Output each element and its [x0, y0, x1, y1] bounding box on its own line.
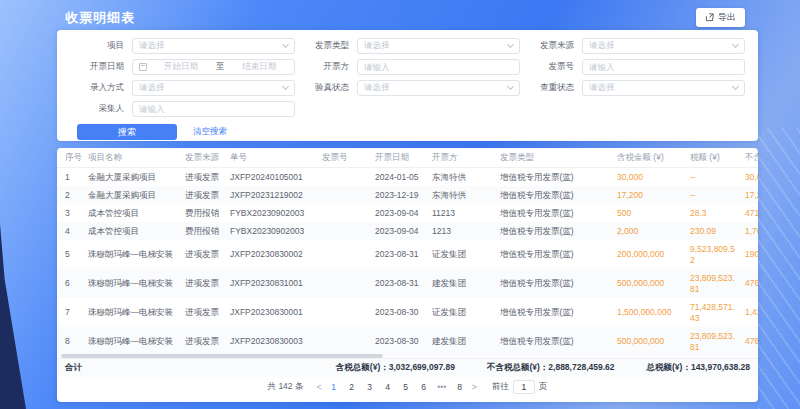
pagination-pages: 123456•••8 — [325, 380, 469, 394]
cell-tax: -- — [690, 168, 745, 186]
col-amount-with-tax: 含税金额 (¥) — [617, 149, 690, 167]
cell-amount-with-tax: 1,500,000,000 — [617, 304, 690, 322]
page-button-3[interactable]: 3 — [363, 380, 377, 394]
page-button-1[interactable]: 1 — [327, 380, 341, 394]
filter-field-verify-status: 验真状态 请选择 — [294, 79, 519, 96]
cell-issuer: 东海特供 — [432, 186, 500, 204]
untaxed-total: 不含税总额(¥)：2,888,728,459.62 — [487, 362, 615, 374]
export-button[interactable]: 导出 — [696, 8, 745, 27]
table-row: 2 金融大厦采购项目 进项发票 JXFP20231219002 2023-12-… — [57, 186, 758, 204]
cell-amount-without-tax: 476,190,476.19 — [745, 275, 758, 293]
background-stripes — [758, 128, 800, 409]
cell-invoice-date: 2023-08-31 — [375, 275, 432, 293]
col-invoice-date: 开票日期 — [375, 149, 432, 167]
cell-invoice-type: 增值税专用发票(蓝) — [500, 275, 617, 293]
chevron-down-icon — [507, 41, 514, 48]
cell-invoice-source: 进项发票 — [185, 246, 230, 264]
cell-invoice-source: 进项发票 — [185, 186, 230, 204]
dup-check-status-select[interactable]: 请选择 — [582, 80, 745, 96]
cell-order-no: JXFP20240105001 — [230, 168, 322, 186]
next-page-button[interactable]: > — [472, 382, 477, 392]
cell-invoice-source: 费用报销 — [185, 222, 230, 240]
filter-field-issuer: 开票方 — [294, 58, 519, 75]
field-label: 录入方式 — [69, 82, 124, 94]
col-amount-without-tax: 不含税金额 (¥) — [745, 149, 758, 167]
col-tax: 税额 (¥) — [690, 149, 745, 167]
field-label: 项目 — [69, 40, 124, 52]
start-date-placeholder: 开始日期 — [152, 61, 210, 73]
cell-amount-without-tax: 471.7 — [745, 204, 758, 222]
col-index: 序号 — [65, 149, 88, 167]
summary-label: 合计 — [65, 362, 82, 374]
chevron-down-icon — [282, 41, 289, 48]
clear-search-link[interactable]: 清空搜索 — [193, 126, 227, 138]
invoice-table-panel: 序号 项目名称 发票来源 单号 发票号 开票日期 开票方 发票类型 含税金额 (… — [57, 148, 758, 402]
table-row: 3 成本管控项目 费用报销 FYBX20230902003 2023-09-04… — [57, 204, 758, 222]
goto-page-input[interactable] — [513, 380, 535, 394]
cell-index: 8 — [65, 333, 88, 351]
cell-project-name: 金融大厦采购项目 — [88, 168, 185, 186]
cell-invoice-source: 费用报销 — [185, 204, 230, 222]
verify-status-select[interactable]: 请选择 — [357, 80, 520, 96]
cell-amount-with-tax: 30,000 — [617, 168, 690, 186]
tax-total: 总税额(¥)：143,970,638.28 — [647, 362, 750, 374]
field-label: 开票方 — [294, 61, 349, 73]
cell-amount-with-tax: 500,000,000 — [617, 275, 690, 293]
page-button-6[interactable]: 6 — [417, 380, 431, 394]
invoice-type-select[interactable]: 请选择 — [357, 38, 520, 54]
cell-index: 5 — [65, 246, 88, 264]
table-row: 5 珠穆朗玛峰—电梯安装 进项发票 JXFP20230830002 2023-0… — [57, 240, 758, 269]
filter-field-entry-method: 录入方式 请选择 — [69, 79, 294, 96]
cell-project-name: 珠穆朗玛峰—电梯安装 — [88, 246, 185, 264]
entry-method-select[interactable]: 请选择 — [132, 80, 295, 96]
cell-invoice-no — [322, 228, 375, 235]
cell-project-name: 珠穆朗玛峰—电梯安装 — [88, 333, 185, 351]
goto-page: 前往 页 — [492, 380, 548, 394]
page-ellipsis: ••• — [435, 380, 449, 394]
cell-index: 1 — [65, 168, 88, 186]
cell-project-name: 金融大厦采购项目 — [88, 186, 185, 204]
cell-tax: 230.09 — [690, 222, 745, 240]
cell-invoice-no — [322, 338, 375, 345]
col-issuer: 开票方 — [432, 149, 500, 167]
cell-invoice-type: 增值税专用发票(蓝) — [500, 168, 617, 186]
prev-page-button[interactable]: < — [316, 382, 321, 392]
invoice-no-input[interactable] — [589, 62, 738, 72]
cell-amount-without-tax: 1,428,571,428.57 — [745, 304, 758, 322]
issuer-input[interactable] — [364, 62, 513, 72]
cell-invoice-source: 进项发票 — [185, 333, 230, 351]
goto-suffix: 页 — [539, 381, 548, 393]
cell-invoice-type: 增值税专用发票(蓝) — [500, 204, 617, 222]
cell-project-name: 珠穆朗玛峰—电梯安装 — [88, 304, 185, 322]
search-button[interactable]: 搜索 — [77, 124, 177, 140]
cell-index: 3 — [65, 204, 88, 222]
goto-label: 前往 — [492, 381, 509, 393]
page-title: 收票明细表 — [65, 9, 135, 27]
select-placeholder: 请选择 — [589, 40, 733, 52]
filter-field-invoice-source: 发票来源 请选择 — [519, 37, 744, 54]
cell-order-no: JXFP20230831001 — [230, 275, 322, 293]
cell-issuer: 证发集团 — [432, 304, 500, 322]
cell-issuer: 建发集团 — [432, 275, 500, 293]
cell-index: 7 — [65, 304, 88, 322]
pagination: 共 142 条 < 123456•••8 > 前往 页 — [57, 378, 758, 396]
cell-order-no: FYBX20230902003 — [230, 222, 322, 240]
page-button-5[interactable]: 5 — [399, 380, 413, 394]
page-button-8[interactable]: 8 — [453, 380, 467, 394]
invoice-source-select[interactable]: 请选择 — [582, 38, 745, 54]
date-range-separator: 至 — [216, 61, 225, 73]
cell-invoice-no — [322, 280, 375, 287]
cell-amount-with-tax: 200,000,000 — [617, 246, 690, 264]
invoice-date-range-picker[interactable]: 开始日期 至 结束日期 — [132, 59, 295, 75]
export-label: 导出 — [718, 11, 736, 24]
project-select[interactable]: 请选择 — [132, 38, 295, 54]
page-button-4[interactable]: 4 — [381, 380, 395, 394]
collector-input[interactable] — [139, 104, 288, 114]
cell-invoice-date: 2023-08-31 — [375, 246, 432, 264]
field-label: 发票号 — [519, 61, 574, 73]
cell-issuer: 东海特供 — [432, 168, 500, 186]
page-button-2[interactable]: 2 — [345, 380, 359, 394]
cell-invoice-date: 2023-09-04 — [375, 222, 432, 240]
cell-tax: 23,809,523.81 — [690, 327, 745, 356]
col-invoice-no: 发票号 — [322, 149, 375, 167]
